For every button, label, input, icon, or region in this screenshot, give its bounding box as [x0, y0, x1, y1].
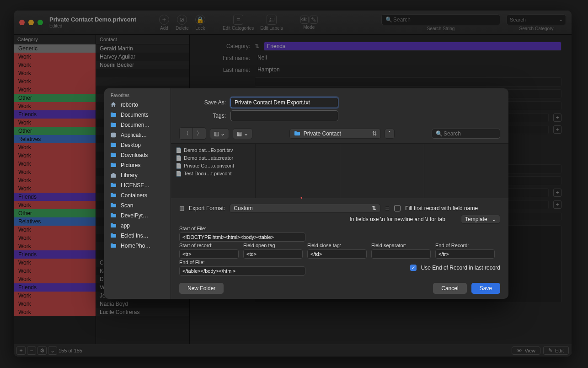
- search-icon: 🔍: [436, 130, 443, 137]
- sidebar-item[interactable]: Library: [104, 170, 171, 180]
- sidebar-item[interactable]: DevelPyt…: [104, 211, 171, 221]
- folder-icon: [110, 242, 117, 249]
- folder-icon: [110, 212, 117, 219]
- sidebar-item[interactable]: Ecleti Ins…: [104, 231, 171, 241]
- chevron-down-icon: ⌄: [492, 216, 496, 222]
- view-columns-button[interactable]: ▥ ⌄: [210, 128, 229, 139]
- template-select[interactable]: Template: ⌄: [461, 215, 500, 224]
- fill-first-checkbox[interactable]: [394, 205, 401, 211]
- start-record-label: Start of record:: [179, 243, 239, 248]
- chevron-updown-icon: ⇅: [372, 130, 377, 137]
- field-close-input[interactable]: [307, 249, 367, 259]
- use-end-label: Use End of Record in last record: [421, 265, 500, 271]
- svg-rect-0: [111, 133, 116, 138]
- file-browser[interactable]: 📄Demo dat…Export.tsv📄Demo dat…atacreator…: [171, 143, 508, 198]
- tags-label: Tags:: [189, 113, 226, 119]
- folder-icon: [110, 182, 117, 189]
- folder-icon: [110, 141, 117, 149]
- field-open-input[interactable]: [243, 249, 303, 259]
- start-record-input[interactable]: [179, 249, 239, 259]
- collapse-button[interactable]: ˄: [385, 129, 395, 139]
- save-sidebar: Favorites robertoDocumentsDocumen…Applic…: [104, 88, 171, 299]
- sidebar-item[interactable]: Desktop: [104, 140, 171, 150]
- list-icon[interactable]: ≣: [385, 205, 390, 211]
- save-sheet: Favorites robertoDocumentsDocumen…Applic…: [104, 88, 508, 299]
- sidebar-item[interactable]: Documents: [104, 110, 171, 120]
- tags-input[interactable]: [230, 110, 338, 121]
- modified-indicator-icon: •: [300, 195, 303, 201]
- save-as-input[interactable]: [230, 97, 338, 108]
- folder-icon: [110, 152, 117, 159]
- document-icon: 📄: [176, 163, 182, 168]
- export-options: • ▥ Export Format: Custom ⇅ ≣ Fill first…: [171, 198, 508, 278]
- save-sheet-main: Save As: Tags: 〈 〉 ▥ ⌄ ▦ ⌄ Privat: [171, 88, 508, 299]
- end-file-label: End of File:: [179, 260, 305, 265]
- nav-back-forward[interactable]: 〈 〉: [179, 127, 206, 140]
- folder-icon: [110, 111, 117, 119]
- end-record-input[interactable]: [435, 249, 495, 259]
- folder-icon: [110, 232, 117, 239]
- field-sep-label: Field separator:: [371, 243, 431, 248]
- start-file-label: Start of File:: [179, 226, 500, 231]
- document-icon: 📄: [176, 155, 182, 161]
- folder-icon: [110, 222, 117, 229]
- sheet-search-input[interactable]: [443, 130, 508, 137]
- hint-text: In fields use \n for newline and \t for …: [350, 216, 445, 222]
- library-icon: [110, 172, 117, 179]
- export-format-select[interactable]: Custom ⇅: [230, 204, 380, 213]
- save-as-label: Save As:: [189, 99, 226, 106]
- folder-icon: [110, 162, 117, 169]
- sidebar-item[interactable]: HomePho…: [104, 241, 171, 251]
- forward-button[interactable]: 〉: [192, 128, 206, 139]
- file-item[interactable]: 📄Private Co…o.privcont: [175, 162, 251, 170]
- end-file-input[interactable]: [179, 266, 305, 276]
- sidebar-item[interactable]: Documen…: [104, 120, 171, 130]
- sidebar-item[interactable]: LICENSE…: [104, 180, 171, 190]
- sidebar-item[interactable]: Scan: [104, 200, 171, 211]
- export-format-label: Export Format:: [189, 205, 225, 211]
- start-file-input[interactable]: [179, 233, 305, 242]
- document-icon: 📄: [176, 171, 182, 176]
- home-icon: [110, 101, 117, 108]
- location-select[interactable]: Private Contact ⇅: [289, 129, 381, 139]
- document-icon: 📄: [176, 147, 182, 153]
- file-item[interactable]: 📄Demo dat…atacreator: [175, 154, 251, 162]
- sidebar-item[interactable]: roberto: [104, 100, 171, 110]
- sidebar-item[interactable]: Containers: [104, 190, 171, 200]
- folder-icon: [110, 192, 117, 199]
- columns-icon[interactable]: ▥: [179, 205, 184, 211]
- file-item[interactable]: 📄Demo dat…Export.tsv: [175, 146, 251, 154]
- sidebar-item[interactable]: Applicati…: [104, 130, 171, 140]
- field-open-label: Field open tag: [243, 243, 303, 248]
- favorites-header: Favorites: [104, 92, 171, 100]
- folder-icon: [110, 121, 117, 129]
- file-item[interactable]: 📄Test Docu…t.privcont: [175, 170, 251, 178]
- app-icon: [110, 131, 117, 139]
- chevron-updown-icon: ⇅: [372, 205, 376, 211]
- field-sep-input[interactable]: [371, 249, 431, 259]
- end-record-label: End of Record:: [435, 243, 495, 248]
- folder-icon: [110, 202, 117, 209]
- sidebar-item[interactable]: Downloads: [104, 150, 171, 160]
- fill-first-label: Fill first record with field name: [405, 205, 478, 211]
- app-window: Private Contact Demo.privcont Edited ＋ A…: [14, 11, 572, 357]
- use-end-checkbox[interactable]: ✓: [410, 265, 417, 271]
- view-grid-button[interactable]: ▦ ⌄: [233, 128, 252, 139]
- sidebar-item[interactable]: app: [104, 221, 171, 231]
- sheet-search[interactable]: 🔍: [432, 129, 500, 139]
- save-button[interactable]: Save: [471, 283, 500, 294]
- field-close-label: Field close tag:: [307, 243, 367, 248]
- sidebar-item[interactable]: Pictures: [104, 160, 171, 170]
- cancel-button[interactable]: Cancel: [433, 283, 466, 294]
- save-nav: 〈 〉 ▥ ⌄ ▦ ⌄ Private Contact ⇅ ˄ 🔍: [171, 126, 508, 143]
- new-folder-button[interactable]: New Folder: [179, 283, 224, 294]
- back-button[interactable]: 〈: [180, 128, 192, 139]
- sheet-button-row: New Folder Cancel Save: [171, 278, 508, 299]
